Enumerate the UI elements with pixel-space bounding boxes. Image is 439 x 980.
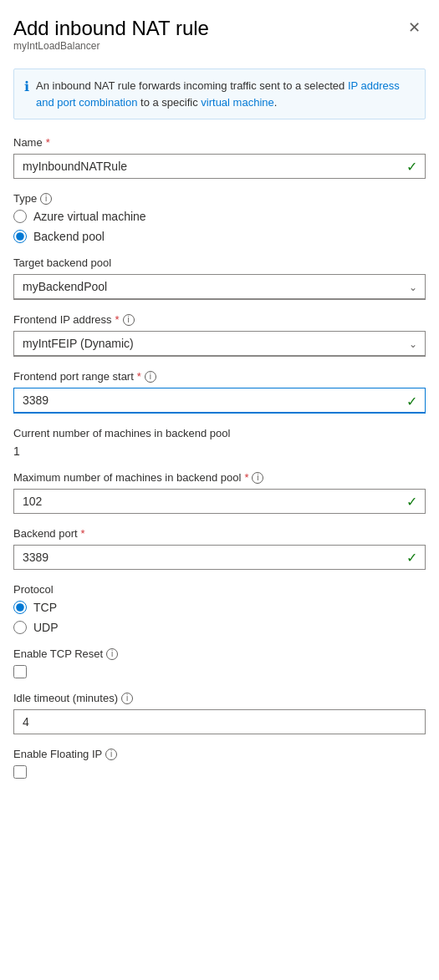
target-backend-pool-label: Target backend pool: [13, 256, 426, 269]
frontend-port-input[interactable]: [13, 388, 426, 414]
max-machines-required-indicator: *: [244, 471, 248, 484]
current-machines-group: Current number of machines in backend po…: [13, 427, 426, 458]
max-machines-label: Maximum number of machines in backend po…: [13, 471, 426, 484]
backend-port-check-icon: ✓: [406, 550, 417, 566]
frontend-ip-dropdown-wrapper: myIntFEIP (Dynamic) ⌄: [13, 331, 426, 357]
floating-ip-info-icon[interactable]: i: [105, 749, 117, 760]
type-field-group: Type i Azure virtual machine Backend poo…: [13, 192, 426, 243]
name-input[interactable]: [13, 154, 426, 179]
idle-timeout-info-icon[interactable]: i: [121, 693, 133, 704]
floating-ip-group: Enable Floating IP i: [13, 748, 426, 779]
frontend-ip-info-icon[interactable]: i: [123, 314, 135, 326]
frontend-port-check-icon: ✓: [406, 393, 417, 409]
type-option-azure-vm[interactable]: Azure virtual machine: [13, 210, 426, 223]
backend-port-required-indicator: *: [81, 527, 85, 540]
backend-port-input-wrapper: ✓: [13, 545, 426, 570]
protocol-radio-group: TCP UDP: [13, 601, 426, 634]
backend-port-group: Backend port * ✓: [13, 527, 426, 570]
protocol-option-tcp[interactable]: TCP: [13, 601, 426, 614]
name-check-icon: ✓: [406, 159, 417, 175]
tcp-reset-label: Enable TCP Reset i: [13, 647, 426, 660]
protocol-radio-tcp[interactable]: [13, 601, 27, 614]
dialog-subtitle: myIntLoadBalancer: [13, 40, 209, 52]
max-machines-group: Maximum number of machines in backend po…: [13, 471, 426, 514]
current-machines-label: Current number of machines in backend po…: [13, 427, 426, 439]
info-banner: ℹ An inbound NAT rule forwards incoming …: [13, 69, 426, 119]
idle-timeout-input-wrapper: [13, 709, 426, 734]
max-machines-input-wrapper: ✓: [13, 489, 426, 514]
frontend-port-range-label: Frontend port range start * i: [13, 370, 426, 383]
target-backend-pool-dropdown-wrapper: myBackendPool ⌄: [13, 274, 426, 300]
info-icon: ℹ: [24, 79, 29, 94]
type-radio-azure-vm[interactable]: [13, 210, 27, 223]
name-required-indicator: *: [46, 136, 50, 149]
frontend-port-input-wrapper: ✓: [13, 388, 426, 414]
target-backend-pool-group: Target backend pool myBackendPool ⌄: [13, 256, 426, 300]
current-machines-value: 1: [13, 444, 426, 458]
floating-ip-label: Enable Floating IP i: [13, 748, 426, 760]
backend-port-input[interactable]: [13, 545, 426, 570]
dialog-header: Add inbound NAT rule myIntLoadBalancer ✕: [13, 17, 426, 65]
type-azure-vm-label: Azure virtual machine: [33, 210, 146, 223]
frontend-ip-select[interactable]: myIntFEIP (Dynamic): [13, 331, 426, 357]
protocol-radio-udp[interactable]: [13, 621, 27, 634]
protocol-udp-label: UDP: [33, 621, 59, 634]
floating-ip-checkbox-item: [13, 765, 426, 779]
backend-port-label: Backend port *: [13, 527, 426, 540]
name-field-group: Name * ✓: [13, 136, 426, 179]
protocol-option-udp[interactable]: UDP: [13, 621, 426, 634]
close-button[interactable]: ✕: [403, 17, 426, 38]
frontend-ip-label: Frontend IP address * i: [13, 313, 426, 326]
max-machines-check-icon: ✓: [406, 494, 417, 510]
type-radio-backend-pool[interactable]: [13, 230, 27, 243]
tcp-reset-info-icon[interactable]: i: [106, 648, 118, 660]
idle-timeout-group: Idle timeout (minutes) i: [13, 692, 426, 734]
tcp-reset-group: Enable TCP Reset i: [13, 647, 426, 678]
tcp-reset-checkbox-item: [13, 665, 426, 678]
tcp-reset-checkbox[interactable]: [13, 665, 27, 678]
protocol-label: Protocol: [13, 583, 426, 596]
max-machines-input[interactable]: [13, 489, 426, 514]
type-option-backend-pool[interactable]: Backend pool: [13, 230, 426, 243]
frontend-port-required-indicator: *: [137, 370, 141, 383]
target-backend-pool-select[interactable]: myBackendPool: [13, 274, 426, 300]
type-info-icon[interactable]: i: [40, 193, 52, 205]
frontend-port-range-group: Frontend port range start * i ✓: [13, 370, 426, 414]
type-label: Type i: [13, 192, 426, 205]
protocol-field-group: Protocol TCP UDP: [13, 583, 426, 634]
frontend-port-info-icon[interactable]: i: [145, 371, 156, 383]
name-label: Name *: [13, 136, 426, 149]
dialog-title: Add inbound NAT rule: [13, 17, 209, 40]
info-text: An inbound NAT rule forwards incoming tr…: [36, 78, 415, 110]
idle-timeout-input[interactable]: [13, 709, 426, 734]
type-backend-pool-label: Backend pool: [33, 230, 105, 243]
protocol-tcp-label: TCP: [33, 601, 57, 614]
name-input-wrapper: ✓: [13, 154, 426, 179]
floating-ip-checkbox[interactable]: [13, 765, 27, 779]
frontend-ip-required-indicator: *: [115, 313, 120, 326]
type-radio-group: Azure virtual machine Backend pool: [13, 210, 426, 243]
max-machines-info-icon[interactable]: i: [252, 472, 263, 484]
frontend-ip-group: Frontend IP address * i myIntFEIP (Dynam…: [13, 313, 426, 357]
idle-timeout-label: Idle timeout (minutes) i: [13, 692, 426, 704]
